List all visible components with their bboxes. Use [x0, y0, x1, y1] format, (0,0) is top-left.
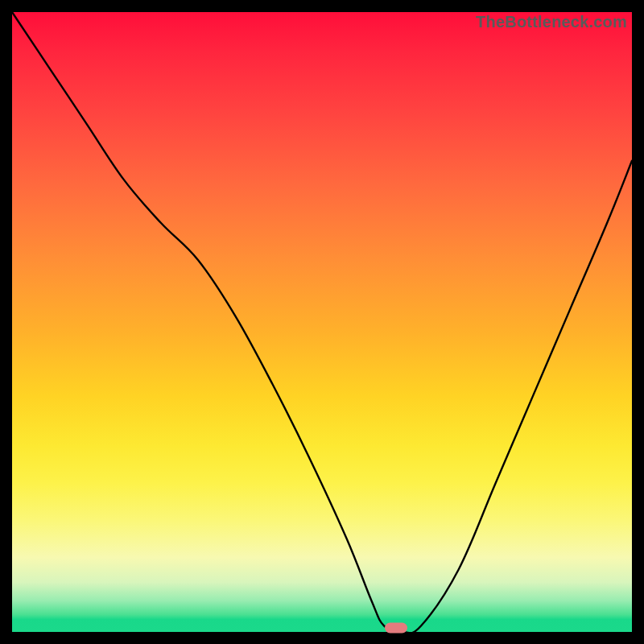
bottleneck-curve — [12, 12, 632, 632]
chart-frame: TheBottleneck.com — [0, 0, 644, 644]
plot-area: TheBottleneck.com — [12, 12, 632, 632]
optimal-marker — [385, 622, 407, 633]
watermark-text: TheBottleneck.com — [476, 13, 627, 31]
